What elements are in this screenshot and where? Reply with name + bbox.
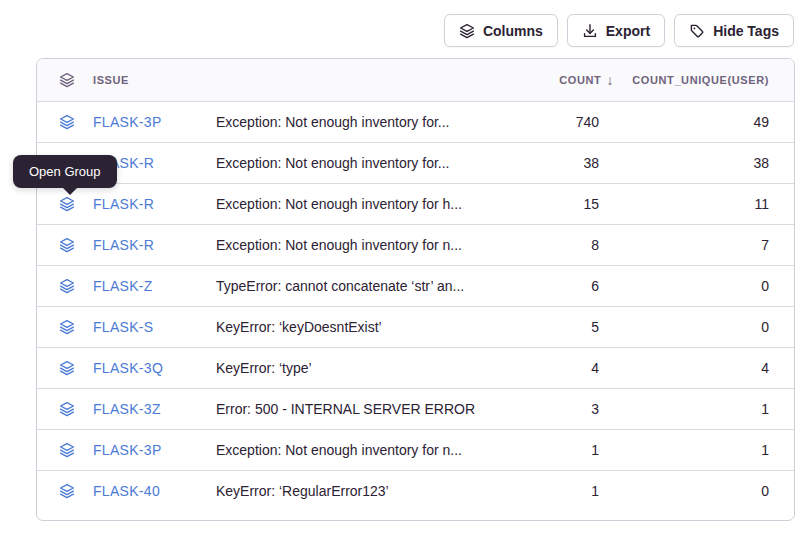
table-row[interactable]: FLASK-Z TypeError: cannot concatenate ‘s… <box>37 265 794 306</box>
table-body: FLASK-3P Exception: Not enough inventory… <box>37 101 794 520</box>
count-unique-value: 1 <box>624 401 794 417</box>
layers-icon <box>459 23 475 39</box>
issue-stack-icon[interactable] <box>37 278 93 294</box>
issue-stack-icon[interactable] <box>37 196 93 212</box>
table-row[interactable]: FLASK-R Exception: Not enough inventory … <box>37 224 794 265</box>
count-value: 6 <box>504 278 624 294</box>
issue-link[interactable]: FLASK-R <box>93 237 216 253</box>
table-row[interactable]: FLASK-S KeyError: ‘keyDoesntExist’ 5 0 <box>37 306 794 347</box>
issue-stack-icon[interactable] <box>37 360 93 376</box>
count-value: 38 <box>504 155 624 171</box>
issue-message: KeyError: ‘keyDoesntExist’ <box>216 319 504 335</box>
table-row[interactable]: FLASK-3Z Error: 500 - INTERNAL SERVER ER… <box>37 388 794 429</box>
count-unique-value: 4 <box>624 360 794 376</box>
count-unique-value: 11 <box>624 196 794 212</box>
issue-link[interactable]: FLASK-3Q <box>93 360 216 376</box>
issue-message: Exception: Not enough inventory for... <box>216 114 504 130</box>
issue-message: TypeError: cannot concatenate ‘str’ an..… <box>216 278 504 294</box>
issue-column-layers-icon <box>37 72 93 88</box>
open-group-tooltip: Open Group <box>13 155 117 188</box>
table-row[interactable]: FLASK-3P Exception: Not enough inventory… <box>37 101 794 142</box>
count-value: 4 <box>504 360 624 376</box>
count-unique-value: 49 <box>624 114 794 130</box>
export-button-label: Export <box>606 23 650 39</box>
issue-message: KeyError: ‘type’ <box>216 360 504 376</box>
count-value: 1 <box>504 483 624 499</box>
issues-table: ISSUE COUNT ↓ COUNT_UNIQUE(USER) FLASK-3… <box>36 58 795 521</box>
count-unique-value: 0 <box>624 483 794 499</box>
issue-stack-icon[interactable] <box>37 237 93 253</box>
count-header-label: COUNT <box>559 74 601 86</box>
count-value: 3 <box>504 401 624 417</box>
table-header-row: ISSUE COUNT ↓ COUNT_UNIQUE(USER) <box>37 59 794 101</box>
count-value: 8 <box>504 237 624 253</box>
toolbar: Columns Export Hide Tags <box>444 14 794 47</box>
export-button[interactable]: Export <box>567 14 665 47</box>
tooltip-label: Open Group <box>29 164 101 179</box>
count-value: 15 <box>504 196 624 212</box>
issue-message: Exception: Not enough inventory for n... <box>216 237 504 253</box>
table-row[interactable]: FLASK-3P Exception: Not enough inventory… <box>37 429 794 470</box>
issue-message: Exception: Not enough inventory for h... <box>216 196 504 212</box>
issue-stack-icon[interactable] <box>37 114 93 130</box>
issue-link[interactable]: FLASK-3P <box>93 114 216 130</box>
count-unique-value: 38 <box>624 155 794 171</box>
count-unique-value: 0 <box>624 278 794 294</box>
issue-link[interactable]: FLASK-S <box>93 319 216 335</box>
tag-icon <box>689 23 705 39</box>
issue-stack-icon[interactable] <box>37 442 93 458</box>
table-row[interactable]: FLASK-R Exception: Not enough inventory … <box>37 142 794 183</box>
columns-button[interactable]: Columns <box>444 14 558 47</box>
issue-stack-icon[interactable] <box>37 319 93 335</box>
issue-message: Error: 500 - INTERNAL SERVER ERROR <box>216 401 504 417</box>
hide-tags-button-label: Hide Tags <box>713 23 779 39</box>
issue-link[interactable]: FLASK-3P <box>93 442 216 458</box>
issue-link[interactable]: FLASK-R <box>93 196 216 212</box>
count-unique-value: 0 <box>624 319 794 335</box>
column-header-count[interactable]: COUNT ↓ <box>504 73 624 87</box>
column-header-count-unique-user[interactable]: COUNT_UNIQUE(USER) <box>624 74 794 86</box>
issue-message: Exception: Not enough inventory for n... <box>216 442 504 458</box>
table-row[interactable]: FLASK-40 KeyError: ‘RegularError123’ 1 0 <box>37 470 794 511</box>
download-icon <box>582 23 598 39</box>
count-unique-value: 7 <box>624 237 794 253</box>
count-unique-value: 1 <box>624 442 794 458</box>
hide-tags-button[interactable]: Hide Tags <box>674 14 794 47</box>
count-value: 740 <box>504 114 624 130</box>
issue-link[interactable]: FLASK-3Z <box>93 401 216 417</box>
issue-stack-icon[interactable] <box>37 483 93 499</box>
column-header-issue[interactable]: ISSUE <box>93 74 504 86</box>
table-row[interactable]: FLASK-R Exception: Not enough inventory … <box>37 183 794 224</box>
issue-message: Exception: Not enough inventory for... <box>216 155 504 171</box>
table-row[interactable]: FLASK-3Q KeyError: ‘type’ 4 4 <box>37 347 794 388</box>
tooltip-arrow <box>63 188 77 195</box>
count-value: 1 <box>504 442 624 458</box>
columns-button-label: Columns <box>483 23 543 39</box>
sort-descending-icon: ↓ <box>606 73 614 87</box>
issue-link[interactable]: FLASK-Z <box>93 278 216 294</box>
issue-message: KeyError: ‘RegularError123’ <box>216 483 504 499</box>
issue-link[interactable]: FLASK-40 <box>93 483 216 499</box>
issue-stack-icon[interactable] <box>37 401 93 417</box>
count-value: 5 <box>504 319 624 335</box>
